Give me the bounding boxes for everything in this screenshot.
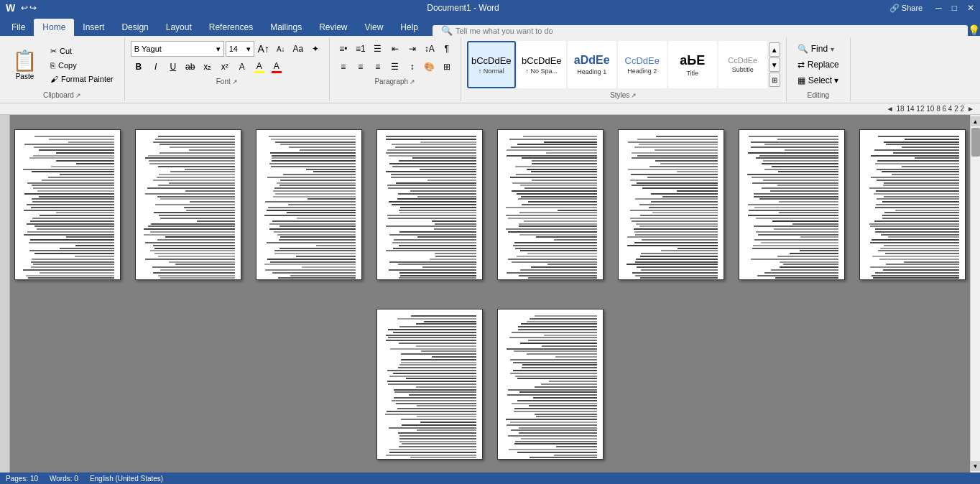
style-title[interactable]: аЬЕ Title [668, 41, 717, 88]
font-size-arrow: ▾ [246, 45, 251, 54]
font-size-selector[interactable]: 14 ▾ [226, 41, 254, 57]
underline-button[interactable]: U [165, 59, 181, 75]
tab-mailings[interactable]: Mailings [262, 19, 310, 36]
format-painter-icon: 🖌 [50, 75, 58, 83]
close-btn[interactable]: ✕ [967, 3, 974, 13]
styles-expand-icon[interactable]: ↗ [631, 92, 637, 99]
style-heading1[interactable]: aDdEe Heading 1 [568, 41, 616, 88]
styles-scroll-down[interactable]: ▼ [769, 57, 780, 72]
tab-view[interactable]: View [356, 19, 392, 36]
left-ruler [0, 115, 10, 473]
decrease-indent-btn[interactable]: ⇤ [387, 41, 403, 57]
cut-button[interactable]: ✂ Cut [47, 45, 117, 58]
scroll-thumb[interactable] [971, 128, 980, 157]
shading-btn[interactable]: 🎨 [422, 59, 438, 75]
scroll-down-btn[interactable]: ▼ [971, 461, 981, 471]
tab-file[interactable]: File [3, 19, 34, 36]
style-subtitle[interactable]: CcDdEe Subtitle [718, 41, 767, 88]
bullets-btn[interactable]: ≡• [336, 41, 351, 57]
document-title: Document1 - Word [427, 3, 499, 13]
paragraph-expand-icon[interactable]: ↗ [410, 78, 415, 85]
copy-label: Copy [58, 61, 77, 70]
page-thumbnail[interactable] [859, 129, 966, 280]
page-thumbnail[interactable] [14, 129, 121, 280]
superscript-btn[interactable]: x² [217, 59, 233, 75]
minimize-btn[interactable]: ─ [935, 3, 942, 13]
style-subtitle-preview: CcDdEe [728, 56, 757, 65]
decrease-font-btn[interactable]: A↓ [273, 41, 289, 57]
vertical-scrollbar[interactable]: ▲ ▼ [970, 115, 980, 473]
style-normal[interactable]: bCcDdEe ↑ Normal [467, 41, 516, 88]
page-count: Pages: 10 [6, 475, 38, 483]
clear-format-btn[interactable]: ✦ [308, 41, 323, 57]
style-normal-preview: bCcDdEe [471, 55, 512, 66]
tab-layout[interactable]: Layout [157, 19, 200, 36]
page-thumbnail[interactable] [618, 129, 724, 280]
style-h1-preview: aDdEe [574, 54, 610, 67]
italic-button[interactable]: I [148, 59, 164, 75]
editing-group: 🔍 Find ▾ ⇄ Replace ▦ Select ▾ Editing [787, 37, 851, 101]
help-icon[interactable]: 💡 [968, 24, 980, 36]
page-nav-prev[interactable]: ◄ [887, 105, 894, 113]
style-heading2[interactable]: CcDdEe Heading 2 [618, 41, 667, 88]
justify-btn[interactable]: ☰ [387, 59, 403, 75]
style-h2-preview: CcDdEe [625, 55, 660, 66]
editing-label: Editing [807, 91, 829, 99]
redo-btn[interactable]: ↪ [29, 3, 37, 13]
maximize-btn[interactable]: □ [952, 3, 957, 13]
page-thumbnail[interactable] [135, 129, 241, 280]
undo-redo-group: ↩ ↪ [21, 3, 37, 13]
font-expand-icon[interactable]: ↗ [232, 78, 238, 85]
page-thumbnail[interactable] [256, 129, 362, 280]
highlight-btn[interactable]: A [251, 59, 267, 75]
scroll-up-btn[interactable]: ▲ [971, 116, 981, 126]
tab-home[interactable]: Home [34, 19, 74, 36]
share-btn[interactable]: 🔗 Share [889, 4, 923, 13]
text-effects-btn[interactable]: A [234, 59, 250, 75]
increase-indent-btn[interactable]: ⇥ [405, 41, 420, 57]
increase-font-btn[interactable]: A↑ [256, 41, 272, 57]
page-thumbnail[interactable] [376, 309, 483, 460]
page-number-bar: ◄ 18 14 12 10 8 6 4 2 2 ► [0, 103, 980, 115]
show-hide-btn[interactable]: ¶ [439, 41, 455, 57]
undo-btn[interactable]: ↩ [21, 3, 28, 13]
copy-button[interactable]: ⎘ Copy [47, 59, 117, 72]
bold-button[interactable]: B [131, 59, 147, 75]
tab-references[interactable]: References [200, 19, 262, 36]
tab-review[interactable]: Review [310, 19, 356, 36]
align-left-btn[interactable]: ≡ [336, 59, 351, 75]
align-right-btn[interactable]: ≡ [370, 59, 386, 75]
clipboard-expand-icon[interactable]: ↗ [75, 92, 81, 99]
numbering-btn[interactable]: ≡1 [353, 41, 369, 57]
multilevel-btn[interactable]: ☰ [370, 41, 386, 57]
sort-btn[interactable]: ↕A [422, 41, 438, 57]
change-case-btn[interactable]: Aa [290, 41, 306, 57]
tab-design[interactable]: Design [113, 19, 157, 36]
font-label: Font [216, 78, 231, 85]
search-input[interactable] [456, 27, 614, 35]
select-button[interactable]: ▦ Select ▾ [792, 73, 844, 88]
page-thumbnail[interactable] [497, 129, 604, 280]
style-no-spacing[interactable]: bCcDdEe ↑ No Spa... [517, 41, 566, 88]
tab-insert[interactable]: Insert [74, 19, 113, 36]
page-nav-next[interactable]: ► [967, 105, 974, 113]
paste-button[interactable]: 📋 Paste [6, 45, 44, 84]
line-spacing-btn[interactable]: ↕ [405, 59, 420, 75]
replace-button[interactable]: ⇄ Replace [792, 57, 844, 72]
borders-btn[interactable]: ⊞ [439, 59, 455, 75]
page-thumbnail[interactable] [739, 129, 845, 280]
styles-scroll-up[interactable]: ▲ [769, 42, 780, 57]
strikethrough-btn[interactable]: ab [182, 59, 198, 75]
page-thumbnail[interactable] [497, 309, 604, 460]
styles-expand[interactable]: ⊞ [769, 73, 780, 87]
font-color-btn[interactable]: A [269, 59, 285, 75]
find-button[interactable]: 🔍 Find ▾ [792, 42, 844, 56]
tab-help[interactable]: Help [392, 19, 427, 36]
styles-list: bCcDdEe ↑ Normal bCcDdEe ↑ No Spa... aDd… [467, 41, 767, 88]
copy-icon: ⎘ [50, 61, 55, 70]
format-painter-button[interactable]: 🖌 Format Painter [47, 73, 117, 85]
page-thumbnail[interactable] [376, 129, 483, 280]
align-center-btn[interactable]: ≡ [353, 59, 369, 75]
font-name-selector[interactable]: B Yagut ▾ [131, 41, 224, 57]
subscript-btn[interactable]: x₂ [200, 59, 216, 75]
